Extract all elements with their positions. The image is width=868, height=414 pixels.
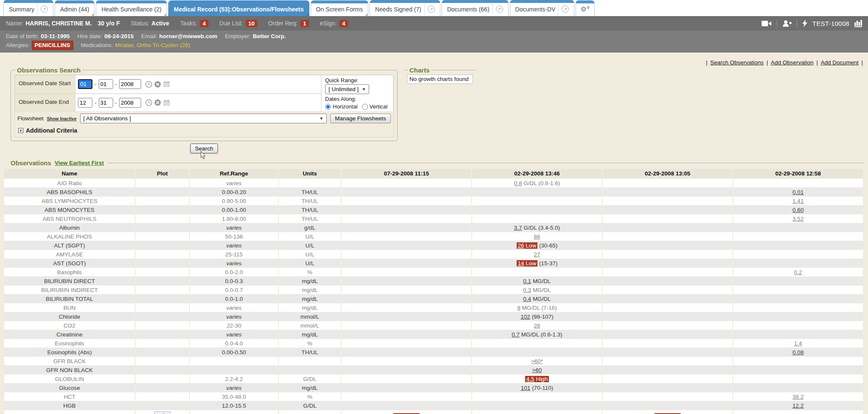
table-row: BILIRUBIN DIRECT0.0-0.3mg/dL0.1 MG/DL <box>4 277 864 286</box>
observation-value-link[interactable]: 101 <box>521 385 531 391</box>
plot-thumbnail[interactable] <box>154 411 170 414</box>
gear-icon[interactable]: ⚙⚙ <box>580 6 590 13</box>
observation-value-link[interactable]: 3.52 <box>793 216 804 222</box>
observation-value-link[interactable]: 4.5 <box>526 376 534 382</box>
dates-along-vertical-radio[interactable] <box>362 104 368 110</box>
observation-value-link[interactable]: 38.2 <box>793 394 804 400</box>
observation-value-link[interactable]: 102 <box>520 314 530 320</box>
observation-value-link[interactable]: 26 <box>518 242 524 249</box>
quick-range-select[interactable]: [ Unlimited ]▼ <box>325 84 369 94</box>
tab-summary[interactable]: Summary↗ <box>3 0 53 16</box>
observations-table-header: NamePlotRef.RangeUnits07-29-2008 11:1502… <box>4 169 864 179</box>
tab-medical-record-53-observations-flowsheets[interactable]: Medical Record (53):Observations/Flowshe… <box>168 0 309 16</box>
expand-plus-icon[interactable]: + <box>18 128 23 133</box>
date-end-month-input[interactable] <box>78 98 92 108</box>
flowsheet-chart-icon[interactable] <box>854 20 862 27</box>
observation-value-cell <box>733 250 864 259</box>
order-req-badge[interactable]: 1 <box>300 20 309 27</box>
action-link-search-observations[interactable]: Search Observations <box>710 59 764 66</box>
observation-value-link[interactable]: 0.8 <box>514 180 522 186</box>
observation-value-link[interactable]: >60 <box>532 367 542 373</box>
add-person-icon[interactable] <box>782 20 792 27</box>
popout-icon[interactable]: ↗ <box>41 6 48 13</box>
hire-date-value: 08-24-2015 <box>104 32 134 41</box>
clock-icon[interactable] <box>145 81 152 88</box>
date-start-month-input[interactable] <box>78 79 92 89</box>
observation-value-link[interactable]: 86 <box>534 233 540 240</box>
date-start-year-input[interactable] <box>119 79 141 89</box>
additional-criteria-row: + Additional Criteria <box>15 125 393 137</box>
tasks-badge[interactable]: 4 <box>200 20 209 27</box>
calendar-icon[interactable] <box>163 81 170 87</box>
medication-link[interactable]: Ortho Tri-Cyclen (28) <box>136 42 190 48</box>
observation-value-link[interactable]: 0.2 <box>794 269 802 275</box>
email-value: horner@mieweb.com <box>159 32 217 41</box>
popout-icon[interactable]: ↗ <box>562 6 569 13</box>
observation-value-cell <box>733 295 864 303</box>
popout-icon[interactable]: ↗ <box>496 6 503 13</box>
due-list-badge[interactable]: 10 <box>246 20 257 27</box>
observation-value-link[interactable]: 1.4 <box>794 340 802 347</box>
observation-value-cell: 0.1 MG/DL <box>472 277 603 286</box>
observation-value-link[interactable]: 0.1 <box>523 278 531 284</box>
tab-needs-signed-7[interactable]: Needs Signed (7)↗ <box>370 0 440 16</box>
observation-value-cell <box>472 206 603 214</box>
tab-on-screen-forms[interactable]: On Screen Forms <box>311 0 368 16</box>
allergy-penicillins-badge[interactable]: PENICILLINS <box>32 41 73 50</box>
observation-value-link[interactable]: 1.41 <box>793 198 804 204</box>
observation-value-link[interactable]: 0.4 <box>523 296 531 302</box>
medication-link[interactable]: Miralax <box>115 42 134 48</box>
observation-value-link[interactable]: 3.7 <box>514 225 522 231</box>
tab-label: Medical Record (53):Observations/Flowshe… <box>174 6 304 13</box>
tab-label: Documents (66) <box>447 6 490 13</box>
observation-value-link[interactable]: 26 <box>534 322 540 329</box>
observation-value-cell: >60 <box>472 366 603 375</box>
observation-value-link[interactable]: >60* <box>531 358 543 364</box>
esign-badge[interactable]: 4 <box>339 20 348 27</box>
tab-documents-dv[interactable]: Documents-DV↗ <box>510 0 575 16</box>
due-list-label: Due List: <box>220 20 243 27</box>
action-link-add-document[interactable]: Add Document <box>821 59 858 66</box>
tab-admin-44[interactable]: Admin (44) <box>55 0 95 16</box>
table-row: HGB12.0-15.5G/DL12.2 <box>4 401 864 410</box>
observation-name: ALT (SGPT) <box>4 241 136 250</box>
observation-value-link[interactable]: 27 <box>534 251 540 258</box>
popout-icon[interactable]: ↗ <box>428 6 435 13</box>
flowsheet-select[interactable]: [ All Observations ]▼ <box>80 114 327 123</box>
clear-date-icon[interactable] <box>154 81 161 88</box>
observation-value-link[interactable]: 0.7 <box>512 331 520 338</box>
observed-date-start-label: Observed Date Start <box>15 75 75 94</box>
date-end-day-input[interactable] <box>99 98 113 108</box>
observation-value-link[interactable]: 0.3 <box>523 287 531 293</box>
observation-value-link[interactable]: 0.60 <box>793 207 804 213</box>
observation-value-link[interactable]: 14 <box>518 260 524 267</box>
submenu-corner-icon <box>306 14 309 16</box>
show-inactive-link[interactable]: Show Inactive <box>47 116 77 121</box>
divider <box>558 4 559 15</box>
observation-value-cell <box>342 197 472 206</box>
clear-date-icon[interactable] <box>154 99 161 106</box>
units: U/L <box>279 259 342 268</box>
observation-value-link[interactable]: 0.08 <box>793 349 804 356</box>
employer-value: Better Corp. <box>253 32 286 41</box>
tab-documents-66[interactable]: Documents (66)↗ <box>442 0 509 16</box>
table-row: Creatininevariesmg/dL0.7 MG/DL (0.6-1.3) <box>4 330 864 339</box>
observation-value-link[interactable]: 9 <box>517 305 520 311</box>
tab-health-surveillance-2[interactable]: Health Surveillance (2) <box>96 0 167 16</box>
view-earliest-first-link[interactable]: View Earliest First <box>55 160 104 166</box>
observation-value-cell <box>603 375 733 383</box>
video-call-icon[interactable] <box>762 20 772 27</box>
observation-value-link[interactable]: 0.01 <box>793 189 804 195</box>
ref-range: varies <box>190 330 279 339</box>
lightning-icon[interactable] <box>802 19 807 27</box>
date-end-year-input[interactable] <box>119 98 141 108</box>
observation-value-cell <box>342 223 472 232</box>
dates-along-horizontal-radio[interactable] <box>325 104 331 110</box>
action-link-add-observation[interactable]: Add Observation <box>771 59 814 66</box>
observation-value-link[interactable]: 12.2 <box>793 403 804 409</box>
manage-flowsheets-button[interactable]: Manage Flowsheets <box>330 114 391 123</box>
clock-icon[interactable] <box>145 99 152 106</box>
tab-settings[interactable]: ⚙⚙ <box>576 0 594 16</box>
calendar-icon[interactable] <box>163 100 170 106</box>
date-start-day-input[interactable] <box>99 79 113 89</box>
